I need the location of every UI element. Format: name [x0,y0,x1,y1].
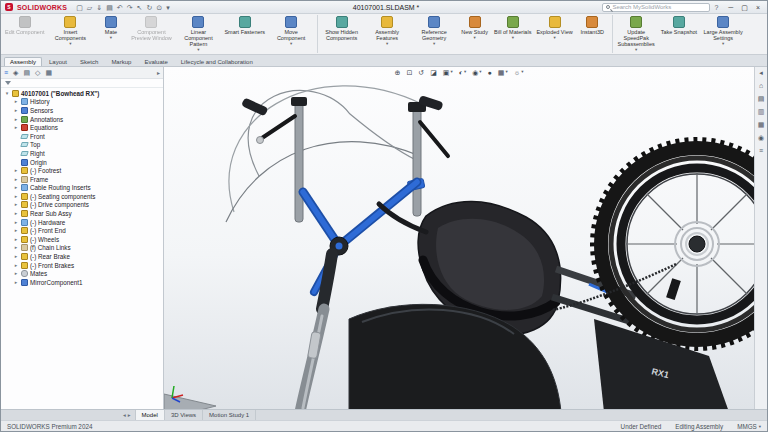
ribbon-button[interactable]: Update SpeedPak Subassemblies ▾ [612,15,658,53]
rebuild-icon[interactable]: ↻ [146,4,152,11]
ribbon-button[interactable]: Component Preview Window ▾ [128,15,174,53]
expand-arrow-icon[interactable]: ▸ [13,254,19,259]
panel-collapse-icon[interactable]: ▸ [157,69,160,76]
undo-icon[interactable]: ↶ [117,4,123,11]
dropdown-arrow-icon[interactable]: ▾ [553,36,555,41]
expand-arrow-icon[interactable]: ▾ [4,91,10,96]
tree-item[interactable]: ▾ 40107001 ("Bowhead RX") [1,89,163,98]
dropdown-arrow-icon[interactable]: ▾ [722,42,724,47]
expand-arrow-icon[interactable]: ▸ [13,108,19,113]
expand-arrow-icon[interactable]: ▸ [13,220,19,225]
ribbon-button[interactable]: Linear Component Pattern ▾ [175,15,221,53]
print-icon[interactable]: ▤ [106,4,113,11]
expand-arrow-icon[interactable]: ▸ [13,194,19,199]
tree-item[interactable]: ▸ Equations [1,123,163,132]
featuremanager-tab-icon[interactable]: ≡ [4,69,8,76]
ribbon-button[interactable]: Reference Geometry ▾ [411,15,457,53]
tree-item[interactable]: ▸ (-) Footrest [1,166,163,175]
dimxpert-tab-icon[interactable]: ◇ [35,69,40,76]
tree-item[interactable]: ▸ MirrorComponent1 [1,278,163,287]
tree-item[interactable]: ▸ (f) Chain Links [1,244,163,253]
tree-item[interactable]: ▸ (-) Front Brakes [1,261,163,270]
close-button[interactable]: × [756,4,760,11]
dropdown-arrow-icon[interactable]: ▾ [433,42,435,47]
propertymanager-tab-icon[interactable]: ◈ [13,69,18,76]
expand-arrow-icon[interactable]: ▸ [13,245,19,250]
tree-item[interactable]: ▸ History [1,98,163,107]
view-tool-button[interactable]: ▦ ▾ [498,69,508,76]
tree-item[interactable]: Origin [1,158,163,167]
file-explorer-icon[interactable]: ▥ [758,108,765,115]
tree-item[interactable]: ▸ (-) Wheels [1,235,163,244]
tree-item[interactable]: Front [1,132,163,141]
ribbon-button[interactable]: New Study ▾ [458,15,491,53]
units-selector[interactable]: MMGS ▾ [737,423,761,430]
options-icon[interactable]: ⊙ [156,4,162,11]
dropdown-arrow-icon[interactable]: ▾ [110,36,112,41]
ribbon-button[interactable]: Take Snapshot ▾ [659,15,699,53]
dropdown-arrow-icon[interactable]: ▾ [197,48,199,53]
commandmanager-tab[interactable]: Markup [105,57,137,66]
dropdown-arrow-icon[interactable]: ▾ [386,42,388,47]
help-icon[interactable]: ? [714,4,718,11]
view-palette-icon[interactable]: ▦ [758,121,765,128]
view-tool-button[interactable]: ◉ ▾ [472,69,481,76]
dropdown-arrow-icon[interactable]: ▾ [69,42,71,47]
search-input[interactable] [612,4,702,10]
open-file-icon[interactable]: ▱ [87,4,92,11]
minimize-button[interactable]: ─ [728,4,733,11]
expand-arrow-icon[interactable]: ▸ [13,271,19,276]
view-tool-button[interactable]: ◐ ▾ [459,69,467,76]
expand-arrow-icon[interactable]: ▸ [13,211,19,216]
commandmanager-tab[interactable]: Evaluate [138,57,173,66]
ribbon-button[interactable]: Bill of Materials ▾ [492,15,533,53]
search-box[interactable] [602,3,710,12]
commandmanager-tab[interactable]: Assembly [4,57,42,66]
ribbon-button[interactable]: Assembly Features ▾ [364,15,410,53]
ribbon-button[interactable]: Show Hidden Components ▾ [317,15,363,53]
tree-item[interactable]: Right [1,149,163,158]
custom-properties-icon[interactable]: ≡ [759,147,763,154]
expand-arrow-icon[interactable]: ▸ [13,280,19,285]
previous-tab-icon[interactable]: ◂ [123,412,126,418]
save-icon[interactable]: ⇓ [96,4,102,11]
view-tool-button[interactable]: ☼ ▾ [514,69,524,76]
graphics-viewport[interactable]: ⊕ ▾ ⊡ ▾ ↺ ▾ ◪ ▾ [164,67,754,409]
view-tool-button[interactable]: ⊡ ▾ [406,69,412,76]
design-library-icon[interactable]: ▤ [758,95,765,102]
expand-arrow-icon[interactable]: ▸ [13,263,19,268]
dropdown-arrow-icon[interactable]: ▾ [512,36,514,41]
tree-item[interactable]: ▸ Annotations [1,115,163,124]
expand-arrow-icon[interactable]: ▸ [13,168,19,173]
solidworks-resources-icon[interactable]: ⌂ [759,82,763,89]
select-icon[interactable]: ↖ [137,4,143,11]
ribbon-button[interactable]: Instant3D ▾ [576,15,609,53]
expand-arrow-icon[interactable]: ▸ [13,177,19,182]
ribbon-button[interactable]: Insert Components ▾ [47,15,93,53]
ribbon-button[interactable]: Mate ▾ [94,15,127,53]
document-tab[interactable]: Motion Study 1 [203,410,256,420]
view-tool-button[interactable]: ▣ ▾ [443,69,453,76]
view-tool-button[interactable]: ↺ ▾ [418,69,424,76]
redo-icon[interactable]: ↷ [127,4,133,11]
ribbon-button[interactable]: Exploded View ▾ [534,15,574,53]
configurationmanager-tab-icon[interactable]: ▤ [23,69,30,76]
tree-item[interactable]: ▸ (-) Seating components [1,192,163,201]
commandmanager-tab[interactable]: Layout [43,57,73,66]
tree-item[interactable]: ▸ (-) Drive components [1,201,163,210]
document-tab[interactable]: Model [135,410,165,420]
tree-item[interactable]: ▸ Cable Routing Inserts [1,184,163,193]
ribbon-button[interactable]: Edit Component ▾ [3,15,46,53]
displaymanager-tab-icon[interactable]: ▦ [46,69,53,76]
commandmanager-tab[interactable]: Sketch [74,57,104,66]
menu-expand-icon[interactable]: ▾ [166,4,170,11]
tree-item[interactable]: ▸ Mates [1,269,163,278]
filter-icon[interactable] [5,81,11,85]
view-tool-button[interactable]: ⊕ ▾ [395,69,401,76]
collapse-taskpane-icon[interactable]: ◂ [759,69,763,76]
commandmanager-tab[interactable]: Lifecycle and Collaboration [175,57,259,66]
expand-arrow-icon[interactable]: ▸ [13,202,19,207]
view-tool-button[interactable]: ◪ ▾ [430,69,437,76]
ribbon-button[interactable]: Smart Fasteners ▾ [222,15,267,53]
tree-item[interactable]: ▸ (-) Hardware [1,218,163,227]
